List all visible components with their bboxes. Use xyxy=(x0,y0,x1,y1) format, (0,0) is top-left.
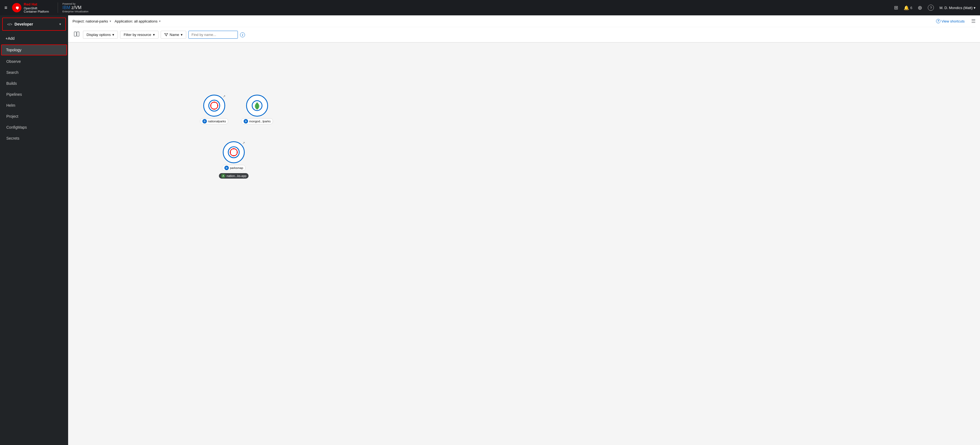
nationalparks-sync-icon xyxy=(208,99,221,112)
add-icon[interactable]: ⊕ xyxy=(918,5,922,11)
project-chevron-icon: ▾ xyxy=(110,19,111,23)
nationalparks-external-link-icon[interactable]: ↗ xyxy=(223,94,226,98)
app-label-text: nation...ks-app xyxy=(227,174,247,177)
mongodb-node: D mongod...lparks xyxy=(241,95,273,124)
observe-nav-label: Observe xyxy=(6,59,21,63)
sidebar-item-pipelines[interactable]: Pipelines xyxy=(0,89,68,100)
sidebar-item-search[interactable]: Search xyxy=(0,67,68,78)
powered-brand: IBM z/VM xyxy=(62,5,88,10)
sidebar-item-helm[interactable]: Helm xyxy=(0,100,68,111)
role-label: Developer xyxy=(14,22,33,26)
mongodb-circle[interactable] xyxy=(246,95,268,117)
search-input[interactable] xyxy=(188,31,238,39)
sidebar-item-secrets[interactable]: Secrets xyxy=(0,133,68,144)
pipelines-nav-label: Pipelines xyxy=(6,92,22,97)
powered-sub-label: Enterprise Virtualization xyxy=(62,10,88,13)
sidebar-item-builds[interactable]: Builds xyxy=(0,78,68,89)
powered-by-section: Powered by IBM z/VM Enterprise Virtualiz… xyxy=(58,2,88,13)
builds-nav-label: Builds xyxy=(6,81,17,86)
sidebar-item-configmaps[interactable]: ConfigMaps xyxy=(0,122,68,133)
helm-nav-label: Helm xyxy=(6,103,15,108)
user-chevron-icon: ▾ xyxy=(974,6,975,10)
parksmap-external-link-icon[interactable]: ↗ xyxy=(242,141,245,145)
brand-text: Red Hat OpenShift Container Platform xyxy=(24,2,49,13)
book-icon xyxy=(73,31,80,37)
redhat-logo-icon xyxy=(12,3,22,13)
name-filter-button[interactable]: Name ▾ xyxy=(161,31,186,39)
hamburger-menu-button[interactable]: ≡ xyxy=(5,5,7,11)
parksmap-label: D parksmap xyxy=(222,165,245,171)
bell-icon: 🔔 xyxy=(904,5,909,10)
navbar: ≡ Red Hat OpenShift Container Platform P… xyxy=(0,0,980,15)
zvm-label: z/VM xyxy=(72,5,81,10)
user-menu-button[interactable]: M. D. Mondics (Matt) ▾ xyxy=(939,6,975,10)
filter-resource-chevron-icon: ▾ xyxy=(153,33,155,37)
powered-by-label: Powered by xyxy=(62,2,88,5)
svg-rect-2 xyxy=(77,32,79,36)
brand-logo: Red Hat OpenShift Container Platform xyxy=(12,2,49,13)
content-area: Project: national-parks ▾ Application: a… xyxy=(68,15,980,445)
nationalparks-type-badge: D xyxy=(202,119,207,124)
app-selector[interactable]: Application: all applications ▾ xyxy=(115,19,161,23)
display-options-button[interactable]: Display options ▾ xyxy=(83,31,118,39)
nationalparks-circle[interactable]: ↗ xyxy=(203,95,225,117)
notifications-button[interactable]: 🔔 6 xyxy=(904,5,912,10)
app-label: Application: all applications xyxy=(115,19,158,23)
help-icon[interactable]: ? xyxy=(928,5,934,11)
mongodb-type-badge: D xyxy=(243,119,248,124)
parksmap-app-label: A nation...ks-app xyxy=(219,173,248,179)
topology-nav-label: Topology xyxy=(6,48,21,52)
toolbar: Project: national-parks ▾ Application: a… xyxy=(68,15,980,43)
navbar-right: ⊞ 🔔 6 ⊕ ? M. D. Mondics (Matt) ▾ xyxy=(894,5,975,11)
project-selector[interactable]: Project: national-parks ▾ xyxy=(73,19,111,23)
app-type-badge: A xyxy=(221,174,226,178)
display-options-chevron-icon: ▾ xyxy=(112,33,114,37)
parksmap-sync-icon xyxy=(228,146,240,158)
info-icon[interactable]: i xyxy=(240,32,245,37)
toolbar-row-1: Project: national-parks ▾ Application: a… xyxy=(73,15,975,27)
app-chevron-icon: ▾ xyxy=(159,19,161,23)
display-options-label: Display options xyxy=(86,33,111,37)
nationalparks-node: ↗ xyxy=(200,95,228,124)
developer-icon: </> xyxy=(7,22,12,26)
list-view-icon[interactable]: ☰ xyxy=(971,18,975,24)
sidebar-item-topology[interactable]: Topology xyxy=(1,44,67,55)
add-button[interactable]: +Add xyxy=(0,33,68,44)
brand-line1: OpenShift xyxy=(24,6,49,10)
nationalparks-label: D nationalparks xyxy=(200,118,228,124)
search-nav-label: Search xyxy=(6,70,18,74)
filter-funnel-icon xyxy=(164,33,168,37)
brand-name: Red Hat xyxy=(24,2,49,6)
parksmap-circle[interactable]: ↗ xyxy=(223,141,245,163)
topology-canvas: ↗ xyxy=(68,43,980,445)
question-icon: ? xyxy=(936,19,940,23)
svg-rect-1 xyxy=(74,32,76,36)
parksmap-node: ↗ xyxy=(222,141,245,171)
project-nav-label: Project xyxy=(6,114,18,119)
sidebar-item-observe[interactable]: Observe xyxy=(0,56,68,67)
view-shortcuts-link[interactable]: ? View shortcuts xyxy=(936,19,965,23)
sidebar: </> Developer ▾ +Add Topology Observe Se… xyxy=(0,15,68,445)
filter-resource-label: Filter by resource xyxy=(124,33,151,37)
role-selector[interactable]: </> Developer ▾ xyxy=(2,17,66,31)
mongodb-label-text: mongod...lparks xyxy=(249,120,270,123)
view-shortcuts-label: View shortcuts xyxy=(942,19,965,23)
user-name-label: M. D. Mondics (Matt) xyxy=(939,6,973,10)
secrets-nav-label: Secrets xyxy=(6,136,19,141)
sidebar-item-project[interactable]: Project xyxy=(0,111,68,122)
configmaps-nav-label: ConfigMaps xyxy=(6,125,27,130)
main-layout: </> Developer ▾ +Add Topology Observe Se… xyxy=(0,15,980,445)
filter-by-resource-button[interactable]: Filter by resource ▾ xyxy=(120,31,158,39)
role-content: </> Developer xyxy=(7,22,33,26)
ibm-label: IBM xyxy=(62,5,70,10)
name-filter-label: Name xyxy=(170,33,179,37)
role-chevron-icon: ▾ xyxy=(59,22,61,26)
mongodb-label: D mongod...lparks xyxy=(241,118,273,124)
topology-view-icon[interactable] xyxy=(73,30,81,40)
mongodb-icon xyxy=(251,100,262,111)
parksmap-type-badge: D xyxy=(224,166,229,170)
name-filter-chevron-icon: ▾ xyxy=(181,33,183,37)
toolbar-row-2: Display options ▾ Filter by resource ▾ N… xyxy=(73,27,975,42)
grid-icon[interactable]: ⊞ xyxy=(894,5,898,11)
notification-count: 6 xyxy=(910,6,912,10)
